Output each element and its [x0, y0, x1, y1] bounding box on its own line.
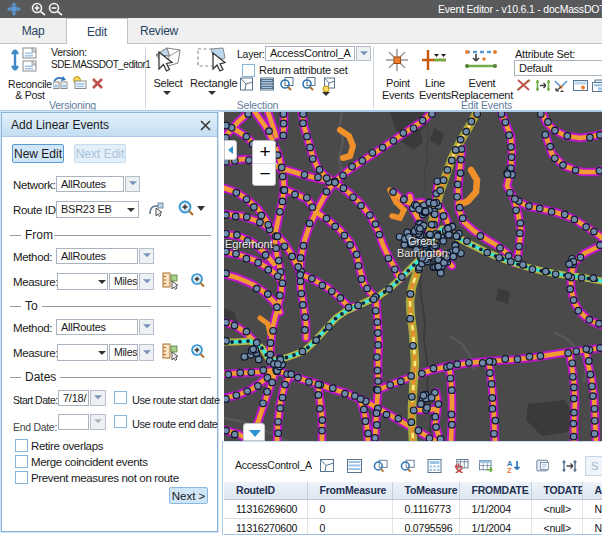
- svg-text:Egremont: Egremont: [225, 238, 273, 250]
- svg-text:Barrington: Barrington: [397, 247, 448, 259]
- svg-text:Z: Z: [507, 466, 512, 473]
- svg-text:Great: Great: [408, 235, 436, 247]
